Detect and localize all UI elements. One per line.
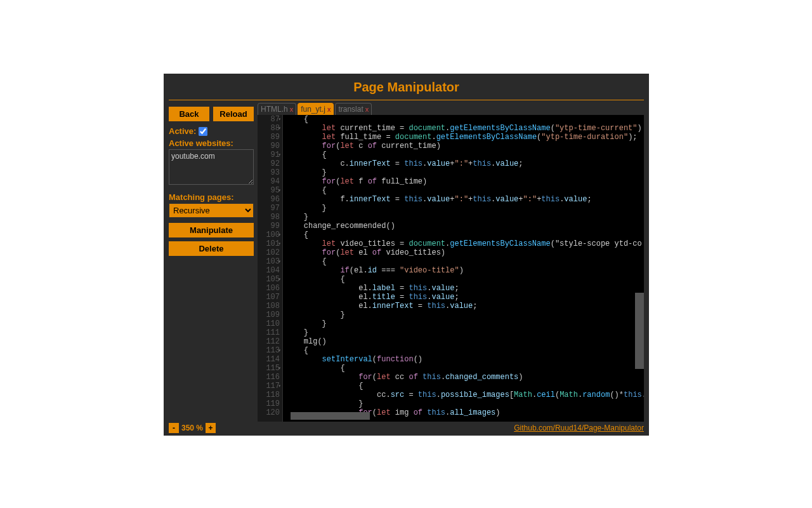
matching-pages-select[interactable]: Recursive — [169, 203, 254, 218]
app-title: Page Manipulator — [169, 80, 644, 95]
sidebar: Back Reload Active: Active websites: Mat… — [169, 100, 258, 422]
back-button[interactable]: Back — [169, 107, 209, 121]
active-label: Active: — [169, 126, 196, 136]
zoom-value: 350 % — [181, 424, 203, 432]
active-checkbox[interactable] — [199, 127, 207, 136]
vertical-scrollbar[interactable] — [635, 293, 644, 369]
tab-label: translat — [338, 105, 363, 114]
main-area: Back Reload Active: Active websites: Mat… — [164, 100, 649, 422]
zoom-in-button[interactable]: + — [206, 423, 216, 433]
code-editor[interactable]: 8788899091929394959697989910010110210310… — [258, 115, 644, 422]
horizontal-scrollbar[interactable] — [291, 412, 370, 420]
tab-1[interactable]: fun_yt.jx — [298, 103, 334, 115]
close-icon[interactable]: x — [365, 105, 369, 113]
manipulate-button[interactable]: Manipulate — [169, 223, 254, 237]
zoom-out-button[interactable]: - — [169, 423, 179, 433]
reload-button[interactable]: Reload — [213, 107, 254, 121]
code-content[interactable]: { let current_time = document.getElement… — [283, 115, 644, 422]
tab-0[interactable]: HTML.hx — [258, 103, 296, 115]
zoom-controls: - 350 % + — [169, 423, 216, 433]
tab-row: HTML.hxfun_yt.jxtranslatx — [258, 103, 644, 115]
close-icon[interactable]: x — [327, 105, 331, 113]
tab-label: HTML.h — [261, 105, 288, 114]
matching-pages-label: Matching pages: — [169, 192, 254, 202]
active-websites-label: Active websites: — [169, 138, 254, 148]
title-bar: Page Manipulator — [169, 74, 644, 100]
footer: - 350 % + Github.com/Ruud14/Page-Manipul… — [164, 422, 649, 436]
close-icon[interactable]: x — [290, 105, 294, 113]
tab-label: fun_yt.j — [301, 105, 325, 114]
app-window: Page Manipulator Back Reload Active: Act… — [164, 74, 649, 436]
active-websites-input[interactable] — [169, 149, 254, 185]
editor-area: HTML.hxfun_yt.jxtranslatx 87888990919293… — [258, 100, 644, 422]
delete-button[interactable]: Delete — [169, 241, 254, 256]
tab-2[interactable]: translatx — [335, 103, 372, 115]
github-link[interactable]: Github.com/Ruud14/Page-Manipulator — [514, 424, 644, 432]
line-gutter: 8788899091929394959697989910010110210310… — [258, 115, 283, 422]
